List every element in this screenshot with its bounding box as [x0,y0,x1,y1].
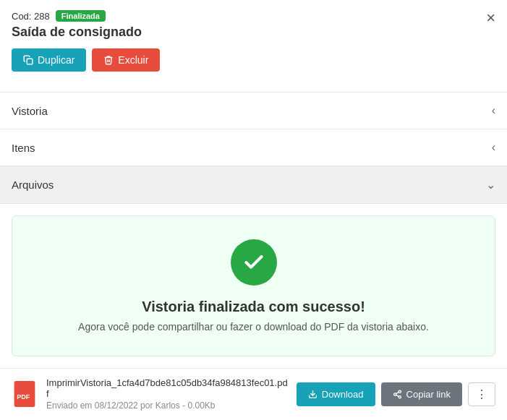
header-buttons: Duplicar Excluir [12,48,495,72]
svg-text:PDF: PDF [17,393,30,400]
copy-link-button[interactable]: Copiar link [381,382,462,406]
excluir-label: Excluir [118,54,148,66]
share-icon [393,390,402,399]
file-actions: Download Copiar link ⋮ [297,382,495,406]
more-options-button[interactable]: ⋮ [468,382,495,406]
status-badge: Finalizada [56,10,106,22]
trash-icon [103,55,114,65]
checkmark-icon [242,251,265,274]
download-label: Download [322,389,364,400]
chevron-right-icon: ‹ [492,141,495,154]
chevron-down-icon: ⌄ [486,178,495,192]
success-title: Vistoria finalizada com sucesso! [142,299,365,315]
file-pdf-icon: PDF [12,381,38,407]
section-arquivos-label: Arquivos [12,179,54,191]
close-button[interactable]: × [486,10,495,26]
success-subtitle: Agora você pode compartilhar ou fazer o … [78,321,429,333]
header-top: Cod: 288 Finalizada [12,10,495,22]
section-vistoria[interactable]: Vistoria ‹ [0,93,507,129]
svg-line-7 [396,395,399,396]
cod-text: Cod: 288 [12,11,50,22]
duplicar-label: Duplicar [38,54,74,66]
file-row: PDF ImprimirVistoria_1cfa4d7bde81c05db34… [0,368,507,419]
duplicar-button[interactable]: Duplicar [12,48,86,72]
section-arquivos[interactable]: Arquivos ⌄ [0,166,507,204]
section-vistoria-label: Vistoria [12,105,48,117]
file-meta: Enviado em 08/12/2022 por Karlos - 0.00K… [46,400,288,411]
section-itens-label: Itens [12,142,35,154]
excluir-button[interactable]: Excluir [92,48,160,72]
copy-link-label: Copiar link [406,389,451,400]
success-card: Vistoria finalizada com sucesso! Agora v… [12,215,495,356]
modal: × Cod: 288 Finalizada Saída de consignad… [0,0,507,420]
download-button[interactable]: Download [297,382,375,406]
page-title: Saída de consignado [12,25,495,40]
svg-rect-0 [27,59,33,64]
ellipsis-icon: ⋮ [476,387,487,401]
modal-header: × Cod: 288 Finalizada Saída de consignad… [0,0,507,93]
copy-icon [23,55,33,65]
chevron-right-icon: ‹ [492,104,495,117]
file-name: ImprimirVistoria_1cfa4d7bde81c05db34fa98… [46,377,288,399]
svg-line-8 [396,392,399,393]
file-info: ImprimirVistoria_1cfa4d7bde81c05db34fa98… [46,377,288,411]
section-itens[interactable]: Itens ‹ [0,129,507,166]
success-circle [231,239,277,286]
download-icon [308,390,318,399]
